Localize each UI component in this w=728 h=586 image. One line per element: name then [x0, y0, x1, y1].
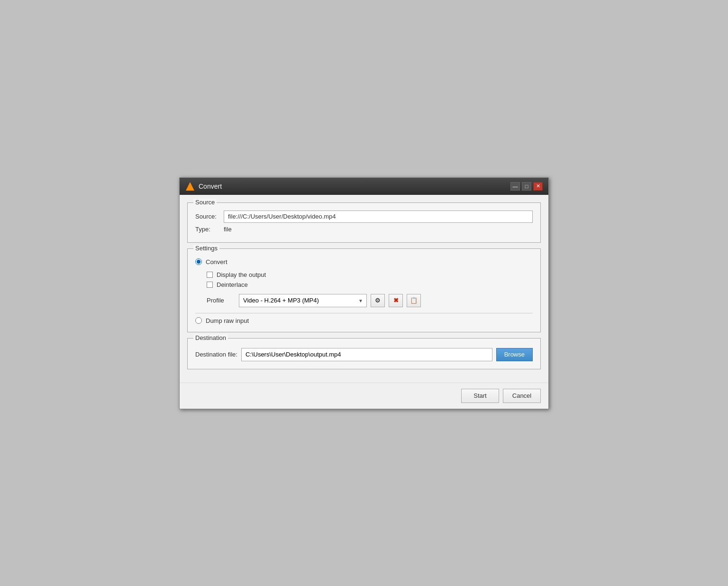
window-content: Source Source: file:///C:/Users/User/Des…: [180, 195, 548, 383]
source-group: Source Source: file:///C:/Users/User/Des…: [187, 202, 541, 243]
type-value: file: [224, 226, 232, 233]
settings-content: Convert Display the output Deinterlace P: [195, 253, 533, 324]
destination-file-label: Destination file:: [195, 351, 237, 358]
deinterlace-row: Deinterlace: [207, 281, 533, 288]
source-field-label: Source:: [195, 213, 224, 220]
source-group-label: Source: [193, 199, 217, 206]
footer: Start Cancel: [180, 383, 548, 409]
settings-group: Settings Convert Display the output Dein…: [187, 248, 541, 332]
title-bar: Convert — □ ✕: [180, 178, 548, 195]
display-output-row: Display the output: [207, 271, 533, 278]
profile-select-wrapper: Video - H.264 + MP3 (MP4) Video - H.265 …: [239, 294, 367, 307]
dump-raw-radio[interactable]: [195, 317, 202, 324]
destination-file-input[interactable]: [241, 348, 492, 361]
source-value: file:///C:/Users/User/Desktop/video.mp4: [224, 211, 533, 223]
divider: [195, 313, 533, 313]
delete-icon: ✖: [393, 297, 399, 304]
cancel-button[interactable]: Cancel: [503, 389, 541, 403]
deinterlace-checkbox[interactable]: [207, 282, 213, 288]
delete-profile-button[interactable]: ✖: [389, 294, 403, 307]
dump-raw-row: Dump raw input: [195, 317, 533, 324]
display-output-checkbox[interactable]: [207, 272, 213, 278]
minimize-button[interactable]: —: [510, 182, 520, 191]
wrench-icon: ⚙: [375, 297, 381, 304]
copy-icon: 📋: [410, 297, 418, 304]
destination-group-label: Destination: [193, 334, 228, 341]
convert-radio-label: Convert: [206, 258, 228, 266]
browse-button[interactable]: Browse: [496, 348, 533, 361]
destination-file-row: Destination file: Browse: [195, 348, 533, 361]
maximize-button[interactable]: □: [522, 182, 531, 191]
vlc-logo: [185, 182, 195, 191]
convert-window: Convert — □ ✕ Source Source: file:///C:/…: [179, 177, 549, 409]
convert-radio-row: Convert: [195, 258, 533, 266]
profile-row: Profile Video - H.264 + MP3 (MP4) Video …: [207, 294, 533, 307]
type-row: Type: file: [195, 226, 533, 235]
source-row: Source: file:///C:/Users/User/Desktop/vi…: [195, 211, 533, 223]
profile-label: Profile: [207, 297, 235, 304]
display-output-label: Display the output: [217, 271, 266, 278]
type-field-label: Type:: [195, 226, 224, 233]
copy-profile-button[interactable]: 📋: [407, 294, 421, 307]
window-title: Convert: [199, 183, 222, 190]
edit-profile-button[interactable]: ⚙: [371, 294, 385, 307]
convert-radio[interactable]: [195, 258, 202, 265]
dump-raw-label: Dump raw input: [206, 317, 249, 324]
checkbox-section: Display the output Deinterlace: [207, 271, 533, 288]
deinterlace-label: Deinterlace: [217, 281, 248, 288]
destination-group: Destination Destination file: Browse: [187, 338, 541, 369]
start-button[interactable]: Start: [461, 389, 499, 403]
title-buttons: — □ ✕: [510, 182, 543, 191]
title-bar-left: Convert: [185, 182, 222, 191]
profile-select[interactable]: Video - H.264 + MP3 (MP4) Video - H.265 …: [239, 294, 367, 307]
close-button[interactable]: ✕: [533, 182, 543, 191]
settings-group-label: Settings: [193, 245, 219, 252]
destination-content: Destination file: Browse: [195, 342, 533, 361]
